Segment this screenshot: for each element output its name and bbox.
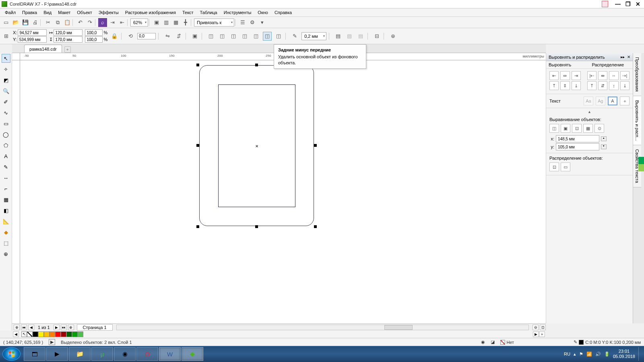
next-page-icon[interactable]: ▶ [54, 325, 60, 330]
menu-edit[interactable]: Правка [19, 9, 40, 16]
new-doc-tab-icon[interactable]: + [64, 46, 71, 53]
sel-handle-bc[interactable] [255, 225, 258, 228]
color-swatch[interactable] [66, 331, 72, 337]
drawing-canvas[interactable]: ✕ [20, 60, 546, 323]
dist-spacing-v-icon[interactable]: ↕ [609, 81, 618, 90]
color-chip-green[interactable] [638, 157, 644, 164]
menu-effects[interactable]: Эффекты [95, 9, 122, 16]
menu-layout[interactable]: Макет [55, 9, 74, 16]
user-icon[interactable] [602, 1, 608, 7]
lock-ratio-icon[interactable]: 🔒 [110, 32, 119, 41]
minimize-button[interactable]: — [613, 1, 622, 7]
paste-icon[interactable]: 📋 [63, 18, 72, 27]
wrap-text-icon[interactable]: ▤ [334, 32, 343, 41]
dist-extent-page-icon[interactable]: ▭ [561, 162, 570, 171]
ellipse-tool-icon[interactable]: ◯ [2, 130, 10, 139]
effects-tool-icon[interactable]: ▦ [2, 195, 10, 204]
align-y-input[interactable]: 105,0 мм [556, 143, 599, 150]
spin-down-icon[interactable]: ▾ [601, 144, 607, 149]
last-page-icon[interactable]: ⏭ [61, 325, 67, 330]
close-button[interactable]: ✕ [634, 1, 642, 7]
align-to-page-edge-icon[interactable]: ▣ [561, 124, 570, 133]
order-front-icon[interactable]: ▣ [190, 32, 199, 41]
sel-handle-mr[interactable] [314, 144, 317, 147]
text-box-icon[interactable]: A [608, 97, 617, 105]
zoom-level[interactable]: 62% [130, 19, 148, 27]
scale-x-input[interactable]: 100,0 [85, 29, 103, 36]
cut-icon[interactable]: ✂ [43, 18, 52, 27]
tray-lang[interactable]: RU [564, 352, 570, 356]
menu-view[interactable]: Вид [40, 9, 55, 16]
proof-colors-icon[interactable]: ◉ [481, 339, 485, 345]
open-icon[interactable]: 📂 [11, 18, 20, 27]
convert-curves-icon[interactable]: ▧ [345, 32, 354, 41]
dist-spacing-h-icon[interactable]: ↔ [609, 71, 618, 80]
tray-volume-icon[interactable]: 🔊 [595, 352, 601, 357]
transparency-tool-icon[interactable]: ◧ [2, 206, 10, 215]
align-top-icon[interactable]: ⤒ [549, 81, 559, 90]
menu-window[interactable]: Окно [254, 9, 271, 16]
text-add-icon[interactable]: ＋ [620, 97, 630, 105]
align-center-h-icon[interactable]: ⇔ [560, 71, 570, 80]
add-page-before-icon[interactable]: ⊕ [14, 325, 20, 330]
align-to-page-center-icon[interactable]: ⊡ [572, 124, 582, 133]
color-swatch[interactable] [61, 331, 66, 337]
vtab-transformations[interactable]: Преобразования [633, 53, 641, 96]
add-tool-icon[interactable]: ⊕ [2, 249, 10, 258]
sel-handle-bl[interactable] [196, 225, 199, 228]
ruler-origin[interactable] [12, 53, 20, 60]
zoom-out-nav-icon[interactable]: ⊖ [533, 325, 539, 330]
grid-icon[interactable]: ▦ [171, 18, 180, 27]
pos-x-input[interactable]: 94,527 мм [18, 29, 47, 36]
dropper-tool-icon[interactable]: ✎ [2, 162, 10, 171]
sel-handle-br[interactable] [314, 225, 317, 228]
align-to-grid-icon[interactable]: ▦ [583, 124, 593, 133]
zoom-fit-nav-icon[interactable]: ⊡ [540, 325, 546, 330]
palette-expand-icon[interactable]: » [539, 331, 545, 337]
outline-width[interactable]: 0,2 мм [301, 32, 326, 40]
task-manager-icon[interactable]: 🗔 [24, 347, 45, 361]
print-icon[interactable]: 🖨 [31, 18, 39, 27]
spin-up-icon[interactable]: ▴ [601, 136, 607, 141]
fill-indicator[interactable]: Нет [500, 340, 514, 345]
menu-help[interactable]: Справка [271, 9, 295, 16]
trim-icon[interactable]: ◫ [218, 32, 227, 41]
snap-dropdown[interactable]: Привязать к [194, 19, 234, 27]
fill-tool-icon[interactable]: ◆ [2, 228, 10, 237]
menu-tools[interactable]: Инструменты [221, 9, 255, 16]
first-page-icon[interactable]: ⏮ [21, 325, 27, 330]
import-icon[interactable]: ⇥ [108, 18, 117, 27]
vtab-align[interactable]: Выровнять и расп... [633, 96, 641, 145]
copy-icon[interactable]: ⧉ [53, 18, 62, 27]
redo-icon[interactable]: ↷ [85, 18, 94, 27]
save-icon[interactable]: 💾 [21, 18, 30, 27]
undo-icon[interactable]: ↶ [76, 18, 85, 27]
color-swatch[interactable] [55, 331, 61, 337]
options-icon[interactable]: ☰ [238, 18, 247, 27]
color-swatch[interactable] [72, 331, 78, 337]
add-page-after-icon[interactable]: ⊕ [68, 325, 74, 330]
align-left-icon[interactable]: ⇤ [549, 71, 559, 80]
search-icon[interactable]: ⌕ [98, 18, 107, 27]
start-button[interactable] [2, 347, 21, 361]
outline-tool-icon[interactable]: ⬚ [2, 239, 10, 247]
cursor-icon[interactable]: ↖ [21, 331, 27, 337]
back-minus-front-icon[interactable]: ◫ [263, 32, 272, 41]
dist-bottom-icon[interactable]: ⤓ [620, 81, 630, 90]
app-icon[interactable]: ▾ [258, 18, 266, 27]
task-explorer-icon[interactable]: 📁 [69, 347, 91, 361]
no-color-swatch[interactable] [27, 331, 33, 337]
mirror-v-icon[interactable]: ⇵ [174, 32, 183, 41]
text-baseline-b-icon[interactable]: Ag [596, 97, 605, 105]
dist-center-h-icon[interactable]: ⇹ [598, 71, 607, 80]
weld-icon[interactable]: ◫ [206, 32, 215, 41]
task-opera-icon[interactable]: O [136, 347, 158, 361]
sel-handle-tl[interactable] [196, 64, 199, 66]
ruler-vertical[interactable] [12, 60, 20, 323]
guides-icon[interactable]: ╋ [181, 18, 190, 27]
distribute-tab-header[interactable]: Распределение [590, 61, 633, 68]
menu-text[interactable]: Текст [179, 9, 197, 16]
color-swatch[interactable] [44, 331, 50, 337]
color-chip-lime[interactable] [638, 164, 644, 171]
fullscreen-icon[interactable]: ▣ [152, 18, 161, 27]
